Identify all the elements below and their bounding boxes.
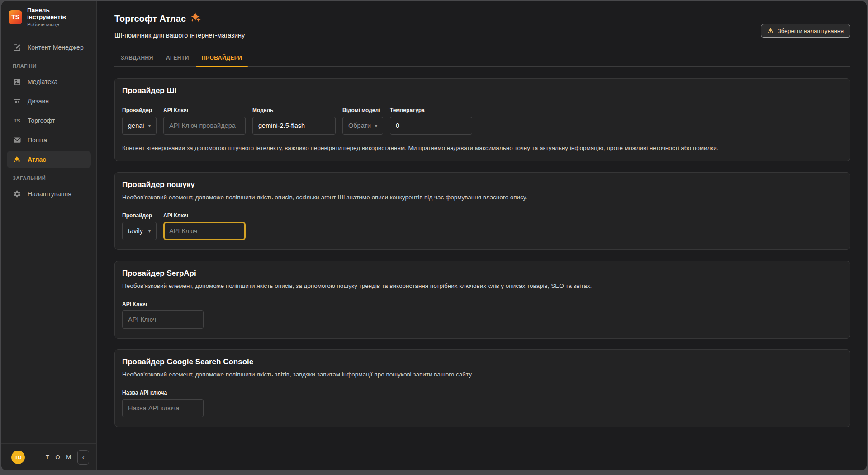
sidebar: TS Панель інструментів Робоче місце Конт… bbox=[1, 1, 97, 470]
sidebar-section-plugins: ПЛАГІНИ bbox=[7, 63, 91, 69]
user-name: Т О М bbox=[46, 454, 73, 461]
model-input[interactable] bbox=[252, 117, 336, 135]
tab-bar: ЗАВДАННЯ АГЕНТИ ПРОВАЙДЕРИ bbox=[114, 50, 850, 67]
sidebar-footer: ТО Т О М ‹ bbox=[1, 443, 96, 470]
ai-disclaimer: Контент згенерований за допомогою штучно… bbox=[122, 145, 843, 151]
sidebar-item-content-manager[interactable]: Контент Менеджер bbox=[7, 39, 91, 56]
chevron-down-icon: ▾ bbox=[148, 229, 151, 234]
design-icon bbox=[13, 97, 21, 106]
field-label: Провайдер bbox=[122, 107, 157, 113]
sidebar-item-label: Торгсофт bbox=[28, 117, 55, 124]
page-title-text: Торгсофт Атлас bbox=[114, 14, 186, 24]
sidebar-item-atlas[interactable]: Атлас bbox=[7, 151, 91, 168]
page-subtitle: ШІ-помічник для вашого інтернет-магазину bbox=[114, 32, 245, 39]
field-label: API Ключ bbox=[122, 301, 204, 307]
api-key-field: API Ключ bbox=[163, 212, 246, 240]
ai-provider-card: Провайдер ШІ Провайдер genai ▾ API Ключ … bbox=[114, 78, 850, 161]
provider-field: Провайдер tavily ▾ bbox=[122, 212, 157, 240]
brand-text: Панель інструментів Робоче місце bbox=[27, 7, 89, 27]
sidebar-item-label: Атлас bbox=[28, 156, 46, 163]
provider-field: Провайдер genai ▾ bbox=[122, 107, 157, 135]
serpapi-form-row: API Ключ bbox=[122, 301, 843, 329]
sidebar-item-media-library[interactable]: Медіатека bbox=[7, 73, 91, 90]
sidebar-item-label: Дизайн bbox=[28, 98, 49, 105]
model-field: Модель bbox=[252, 107, 336, 135]
sidebar-collapse-button[interactable]: ‹ bbox=[77, 450, 89, 465]
search-provider-card: Провайдер пошуку Необов'язковий елемент,… bbox=[114, 172, 850, 250]
sidebar-item-label: Медіатека bbox=[28, 78, 57, 85]
chevron-left-icon: ‹ bbox=[82, 453, 85, 461]
ai-provider-select[interactable]: genai ▾ bbox=[122, 117, 157, 135]
page-header-text: Торгсофт Атлас ШІ-помічник для вашого ін… bbox=[114, 12, 245, 39]
search-api-key-input[interactable] bbox=[163, 222, 246, 240]
temperature-input[interactable] bbox=[390, 117, 472, 135]
sidebar-item-label: Контент Менеджер bbox=[28, 44, 84, 51]
search-provider-form-row: Провайдер tavily ▾ API Ключ bbox=[122, 212, 843, 240]
page-header: Торгсофт Атлас ШІ-помічник для вашого ін… bbox=[114, 12, 850, 39]
sidebar-menu: Контент Менеджер ПЛАГІНИ Медіатека Дизай… bbox=[1, 33, 96, 443]
sparkle-icon bbox=[768, 28, 774, 34]
known-models-select-value: Обрати bbox=[348, 122, 371, 129]
sidebar-item-mail[interactable]: Пошта bbox=[7, 132, 91, 149]
sparkles-icon bbox=[13, 155, 21, 164]
sidebar-item-label: Пошта bbox=[28, 136, 47, 144]
user-avatar[interactable]: ТО bbox=[11, 451, 25, 464]
card-description: Необов'язковий елемент, допоможе поліпши… bbox=[122, 194, 843, 201]
card-title: Провайдер Google Search Console bbox=[122, 357, 843, 367]
card-description: Необов'язковий елемент, допоможе поліпши… bbox=[122, 282, 843, 289]
api-key-field: API Ключ bbox=[163, 107, 246, 135]
ai-api-key-input[interactable] bbox=[163, 117, 246, 135]
sidebar-section-general: ЗАГАЛЬНИЙ bbox=[7, 175, 91, 181]
gsc-form-row: Назва API ключа bbox=[122, 390, 843, 417]
sidebar-item-torgsoft[interactable]: TS Торгсофт bbox=[7, 112, 91, 129]
tab-tasks[interactable]: ЗАВДАННЯ bbox=[114, 50, 160, 66]
card-title: Провайдер ШІ bbox=[122, 86, 843, 95]
card-title: Провайдер SerpApi bbox=[122, 269, 843, 278]
ts-text-icon: TS bbox=[13, 117, 21, 125]
known-models-field: Відомі моделі Обрати ▾ bbox=[342, 107, 383, 135]
sidebar-item-label: Налаштування bbox=[28, 190, 71, 198]
tab-agents[interactable]: АГЕНТИ bbox=[160, 50, 195, 66]
gsc-key-name-input[interactable] bbox=[122, 399, 204, 417]
temperature-field: Температура bbox=[390, 107, 472, 135]
card-title: Провайдер пошуку bbox=[122, 180, 843, 189]
ts-logo-icon: TS bbox=[9, 10, 22, 24]
ai-provider-form-row: Провайдер genai ▾ API Ключ Модель Відомі… bbox=[122, 107, 843, 135]
field-label: Назва API ключа bbox=[122, 390, 204, 396]
search-provider-select[interactable]: tavily ▾ bbox=[122, 222, 157, 240]
edit-icon bbox=[13, 43, 21, 52]
app-window: TS Панель інструментів Робоче місце Конт… bbox=[1, 1, 867, 470]
chevron-down-icon: ▾ bbox=[375, 123, 377, 128]
gsc-provider-card: Провайдер Google Search Console Необов'я… bbox=[114, 349, 850, 427]
card-description: Необов'язковий елемент, допоможе поліпши… bbox=[122, 371, 843, 378]
save-settings-label: Зберегти налаштування bbox=[778, 28, 844, 34]
sidebar-item-design[interactable]: Дизайн bbox=[7, 93, 91, 110]
key-name-field: Назва API ключа bbox=[122, 390, 204, 417]
mail-icon bbox=[13, 136, 21, 145]
api-key-field: API Ключ bbox=[122, 301, 204, 329]
gear-icon bbox=[13, 190, 21, 198]
serpapi-provider-card: Провайдер SerpApi Необов'язковий елемент… bbox=[114, 261, 850, 339]
chevron-down-icon: ▾ bbox=[148, 123, 151, 128]
field-label: Провайдер bbox=[122, 212, 157, 219]
serpapi-api-key-input[interactable] bbox=[122, 310, 204, 329]
main-content: Торгсофт Атлас ШІ-помічник для вашого ін… bbox=[97, 1, 867, 470]
sparkles-icon bbox=[190, 12, 202, 26]
field-label: Відомі моделі bbox=[342, 107, 383, 113]
field-label: Температура bbox=[390, 107, 472, 113]
tab-providers[interactable]: ПРОВАЙДЕРИ bbox=[195, 50, 248, 66]
brand-subtitle: Робоче місце bbox=[27, 22, 89, 27]
known-models-select[interactable]: Обрати ▾ bbox=[342, 117, 383, 135]
ai-provider-select-value: genai bbox=[128, 122, 144, 129]
sidebar-brand: TS Панель інструментів Робоче місце bbox=[1, 1, 96, 33]
image-icon bbox=[13, 78, 21, 86]
field-label: Модель bbox=[252, 107, 336, 113]
field-label: API Ключ bbox=[163, 107, 246, 113]
save-settings-button[interactable]: Зберегти налаштування bbox=[761, 24, 850, 38]
sidebar-item-settings[interactable]: Налаштування bbox=[7, 185, 91, 202]
page-title: Торгсофт Атлас bbox=[114, 12, 245, 26]
field-label: API Ключ bbox=[163, 212, 246, 219]
brand-title: Панель інструментів bbox=[27, 7, 89, 20]
search-provider-select-value: tavily bbox=[128, 227, 143, 235]
